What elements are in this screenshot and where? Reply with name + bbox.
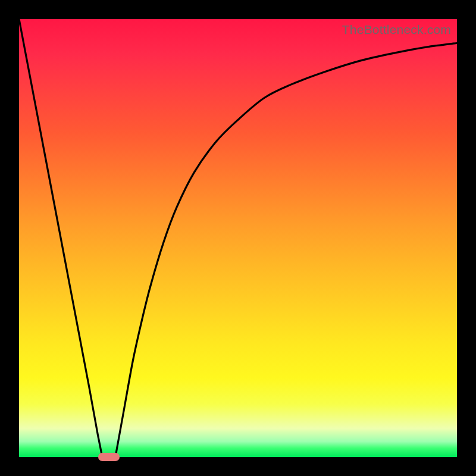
left-branch-path xyxy=(19,19,102,457)
chart-frame: TheBottleneck.com xyxy=(0,0,476,476)
right-branch-path xyxy=(115,43,457,457)
minimum-marker xyxy=(98,453,120,461)
curve-layer xyxy=(19,19,457,457)
plot-area: TheBottleneck.com xyxy=(19,19,457,457)
